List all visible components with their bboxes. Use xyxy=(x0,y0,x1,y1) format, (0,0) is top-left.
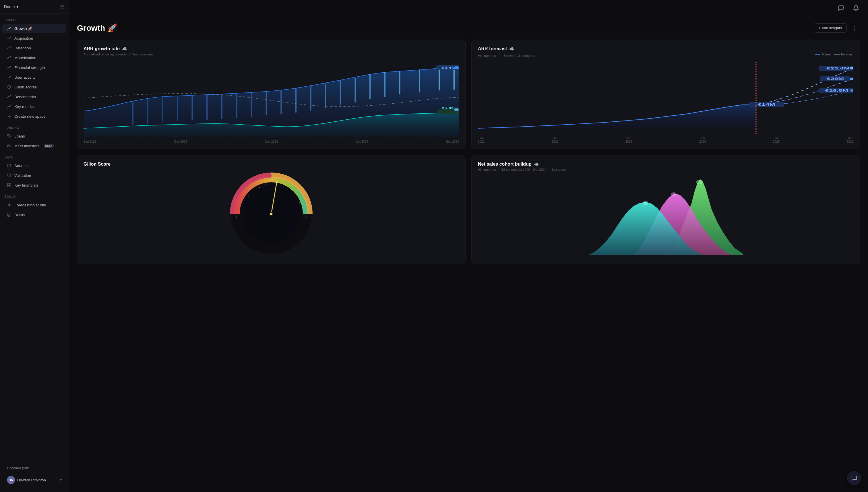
arr-growth-title-row: ARR growth rate ☁️ xyxy=(83,46,459,51)
svg-point-57 xyxy=(265,184,266,184)
sidebar-item-decks[interactable]: Decks xyxy=(2,210,66,219)
sidebar-toggle-button[interactable]: ⊟ xyxy=(60,3,65,10)
sidebar-item-key-financials[interactable]: Key financials xyxy=(2,180,66,190)
sidebar-item-user-activity[interactable]: User activity xyxy=(2,73,66,82)
net-sales-cohort-card: Net sales cohort buildup ☁️ All countrie… xyxy=(471,155,860,264)
sidebar-item-forecasting-studio[interactable]: Forecasting studio xyxy=(2,200,66,210)
sidebar-item-gilion-scores[interactable]: Gilion scores xyxy=(2,82,66,92)
sidebar-item-validation[interactable]: Validation xyxy=(2,171,66,180)
workspace-selector[interactable]: Demo ▾ xyxy=(4,4,18,9)
svg-text:€3.4M: €3.4M xyxy=(442,66,455,70)
chart-up-icon-4 xyxy=(7,55,11,60)
chat-icon-button[interactable] xyxy=(836,3,846,13)
bell-icon-button[interactable] xyxy=(851,3,861,13)
sidebar-item-loans[interactable]: Loans xyxy=(2,131,66,141)
arr-forecast-xaxis: Jan2021 Jan2022 Jan2023 Jan2024 Jan2025 … xyxy=(478,135,853,144)
sidebar-item-benchmarks[interactable]: Benchmarks xyxy=(2,92,66,101)
plus-icon xyxy=(7,114,11,119)
svg-rect-11 xyxy=(9,186,11,187)
arr-forecast-cloud-icon: ☁️ xyxy=(509,47,514,51)
sidebar-item-growth-label: Growth 🚀 xyxy=(14,26,33,31)
arr-forecast-chart: €14M €23.4M €20M €16.5M xyxy=(478,62,853,144)
svg-point-0 xyxy=(8,85,11,89)
sidebar-item-meet-investors-label: Meet investors xyxy=(14,144,40,148)
sidebar-item-forecasting-studio-label: Forecasting studio xyxy=(14,203,46,207)
sidebar-item-monetisation-label: Monetisation xyxy=(14,56,36,60)
svg-point-3 xyxy=(8,135,9,136)
svg-point-62 xyxy=(299,202,300,203)
vr-icon xyxy=(7,144,11,148)
content-area: Growth 🚀 + Add insights ⋮ ARR growth rat… xyxy=(69,16,868,492)
sidebar: Demo ▾ ⊟ SPACES Growth 🚀 Acquisition Ret… xyxy=(0,0,69,492)
svg-point-66 xyxy=(270,213,272,215)
arr-growth-subtitle: Annualised recurring revenue | Year-over… xyxy=(83,52,459,56)
workspace-label: Demo xyxy=(4,4,15,9)
tools-section-label: TOOLS xyxy=(0,190,69,200)
funding-section-label: FUNDING xyxy=(0,121,69,131)
net-sales-title: Net sales cohort buildup xyxy=(478,162,531,167)
svg-point-39 xyxy=(454,66,459,69)
sidebar-item-growth[interactable]: Growth 🚀 xyxy=(2,24,66,33)
svg-text:1: 1 xyxy=(235,215,238,219)
sidebar-bottom: Upgrade plan HR Howard Riminton ▾ xyxy=(0,460,69,487)
sidebar-item-monetisation[interactable]: Monetisation xyxy=(2,53,66,62)
svg-text:€14M: €14M xyxy=(758,103,775,106)
topbar-actions xyxy=(836,3,861,13)
database-icon xyxy=(7,163,11,168)
upgrade-plan-link[interactable]: Upgrade plan xyxy=(2,464,66,472)
sidebar-item-retention-label: Retention xyxy=(14,46,31,50)
actual-legend-line xyxy=(815,54,820,54)
arr-growth-title: ARR growth rate xyxy=(83,46,120,51)
arr-forecast-title-row: ARR forecast ☁️ xyxy=(478,46,853,51)
svg-rect-9 xyxy=(9,183,11,185)
sidebar-item-benchmarks-label: Benchmarks xyxy=(14,95,36,99)
chat-widget[interactable] xyxy=(847,471,861,485)
svg-point-5 xyxy=(8,146,9,146)
svg-point-7 xyxy=(8,164,11,165)
sidebar-item-validation-label: Validation xyxy=(14,173,31,178)
sidebar-item-create-new-space[interactable]: Create new space xyxy=(2,112,66,121)
chart-up-icon xyxy=(7,26,11,31)
sidebar-item-financial-strength[interactable]: Financial strength xyxy=(2,63,66,72)
sidebar-item-sources-label: Sources xyxy=(14,164,29,168)
svg-text:€16.5M: €16.5M xyxy=(825,89,848,92)
add-insights-button[interactable]: + Add insights xyxy=(814,23,847,33)
svg-text:2: 2 xyxy=(270,175,272,179)
svg-point-72 xyxy=(643,201,648,205)
chart-up-icon-6 xyxy=(7,75,11,79)
svg-rect-10 xyxy=(7,186,9,187)
page-header: Growth 🚀 + Add insights ⋮ xyxy=(77,23,860,33)
tag-icon xyxy=(7,134,11,138)
sidebar-item-sources[interactable]: Sources xyxy=(2,161,66,170)
avatar: HR xyxy=(7,476,15,484)
sidebar-item-user-activity-label: User activity xyxy=(14,75,35,79)
svg-rect-8 xyxy=(7,183,9,185)
sidebar-header: Demo ▾ ⊟ xyxy=(0,0,69,14)
cohort-visualization xyxy=(478,175,853,255)
more-options-button[interactable]: ⋮ xyxy=(850,24,860,33)
beta-badge: BETA xyxy=(44,144,54,148)
data-section-label: DATA xyxy=(0,151,69,161)
svg-point-40 xyxy=(454,108,459,111)
sidebar-item-retention[interactable]: Retention xyxy=(2,43,66,52)
sidebar-item-key-financials-label: Key financials xyxy=(14,183,38,188)
arr-forecast-title: ARR forecast xyxy=(478,46,507,51)
gilion-score-card: Gilion Score xyxy=(77,155,466,264)
sidebar-item-acquisition[interactable]: Acquisition xyxy=(2,33,66,43)
gilion-gauge: 1 2 3 xyxy=(83,168,459,248)
gilion-score-title: Gilion Score xyxy=(83,162,110,167)
svg-text:€23.4M: €23.4M xyxy=(826,67,850,70)
user-chevron: ▾ xyxy=(60,478,62,482)
arr-growth-rate-card: ARR growth rate ☁️ Annualised recurring … xyxy=(77,40,466,149)
sidebar-item-meet-investors[interactable]: Meet investors BETA xyxy=(2,141,66,150)
arr-growth-xaxis: Sep 2023 Dec 2023 Mar 2024 Jun 2024 Sep … xyxy=(83,138,459,143)
sidebar-item-key-metrics[interactable]: Key metrics xyxy=(2,102,66,111)
svg-point-6 xyxy=(9,146,10,146)
sparkle-icon xyxy=(7,203,11,207)
svg-text:3: 3 xyxy=(305,215,307,219)
chart-up-icon-2 xyxy=(7,36,11,41)
user-profile[interactable]: HR Howard Riminton ▾ xyxy=(2,473,66,487)
svg-text:25.9%: 25.9% xyxy=(442,107,455,110)
net-sales-subtitle: All countries | 52 cohorts Jul 2020 - Oc… xyxy=(478,168,853,171)
page-title: Growth 🚀 xyxy=(77,23,117,33)
